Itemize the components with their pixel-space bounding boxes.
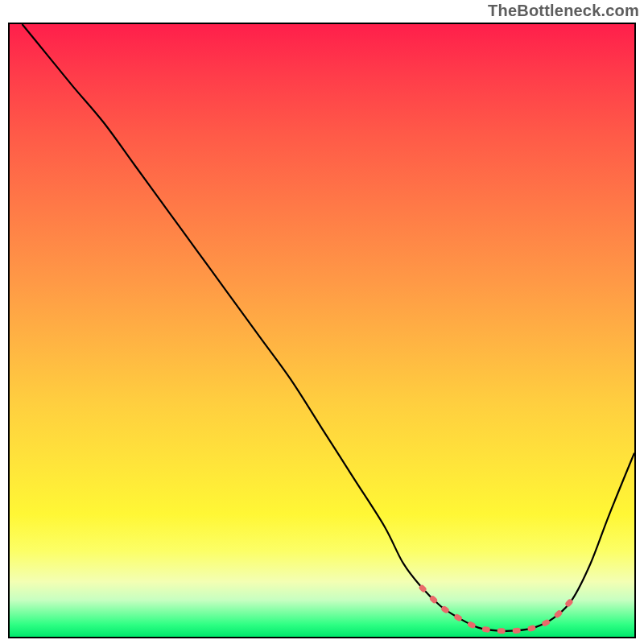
optimal-range-marker xyxy=(422,588,572,631)
bottleneck-curve xyxy=(23,24,635,631)
curve-layer xyxy=(10,24,634,637)
chart-area xyxy=(8,23,636,638)
attribution-text: TheBottleneck.com xyxy=(488,2,639,20)
